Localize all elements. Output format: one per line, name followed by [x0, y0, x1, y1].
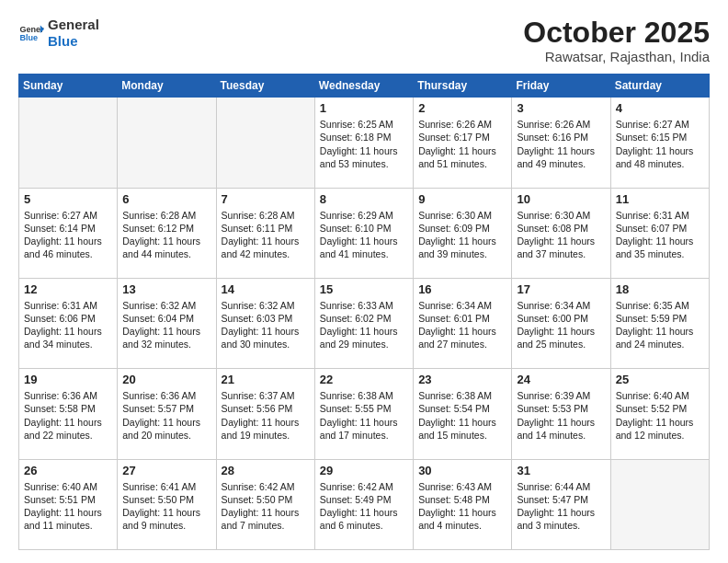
- cell-line: Sunrise: 6:26 AM: [517, 118, 605, 131]
- cell-line: Sunset: 6:06 PM: [24, 312, 112, 325]
- cell-line: Sunset: 6:04 PM: [122, 312, 210, 325]
- cell-line: and 44 minutes.: [122, 247, 210, 260]
- cell-line: Sunset: 6:02 PM: [320, 312, 408, 325]
- day-number: 12: [24, 282, 112, 296]
- cell-line: and 42 minutes.: [222, 247, 310, 260]
- cell-line: Sunrise: 6:34 AM: [517, 299, 605, 312]
- cell-line: Daylight: 11 hours: [24, 235, 112, 247]
- cell-line: Sunset: 5:53 PM: [517, 402, 605, 415]
- day-number: 8: [320, 192, 408, 206]
- cell-line: Sunrise: 6:42 AM: [222, 480, 310, 493]
- calendar-week-0: 1Sunrise: 6:25 AMSunset: 6:18 PMDaylight…: [19, 98, 710, 188]
- cell-line: Sunrise: 6:44 AM: [517, 480, 605, 493]
- cell-line: Sunset: 5:50 PM: [122, 493, 210, 506]
- cell-line: Sunset: 6:16 PM: [517, 131, 605, 144]
- day-number: 23: [418, 373, 506, 386]
- cell-line: and 49 minutes.: [517, 157, 605, 170]
- cell-line: Sunrise: 6:26 AM: [418, 118, 506, 131]
- cell-line: and 32 minutes.: [122, 338, 210, 350]
- cell-line: and 12 minutes.: [616, 429, 704, 442]
- cell-line: Daylight: 11 hours: [418, 325, 506, 338]
- cell-line: Daylight: 11 hours: [517, 416, 605, 429]
- calendar-cell-16: 16Sunrise: 6:34 AMSunset: 6:01 PMDayligh…: [414, 278, 512, 368]
- cell-line: Daylight: 11 hours: [320, 325, 408, 338]
- cell-line: Sunset: 5:50 PM: [222, 493, 310, 506]
- cell-line: Daylight: 11 hours: [418, 506, 506, 519]
- cell-line: Daylight: 11 hours: [320, 144, 408, 157]
- cell-line: Sunset: 6:09 PM: [418, 222, 506, 235]
- cell-line: Daylight: 11 hours: [616, 235, 704, 247]
- calendar-cell-13: 13Sunrise: 6:32 AMSunset: 6:04 PMDayligh…: [118, 278, 216, 368]
- day-number: 5: [24, 192, 112, 206]
- calendar-cell-19: 19Sunrise: 6:36 AMSunset: 5:58 PMDayligh…: [19, 369, 118, 459]
- cell-line: Daylight: 11 hours: [616, 325, 704, 338]
- calendar-cell-31: 31Sunrise: 6:44 AMSunset: 5:47 PMDayligh…: [512, 459, 610, 549]
- cell-line: Sunset: 5:56 PM: [222, 402, 310, 415]
- cell-line: Daylight: 11 hours: [222, 235, 310, 247]
- cell-line: Daylight: 11 hours: [122, 325, 210, 338]
- day-number: 10: [517, 192, 605, 206]
- cell-line: Daylight: 11 hours: [222, 506, 310, 519]
- cell-line: and 4 minutes.: [418, 519, 506, 532]
- cell-line: Sunset: 5:54 PM: [418, 402, 506, 415]
- day-number: 6: [122, 192, 210, 206]
- cell-line: Daylight: 11 hours: [320, 416, 408, 429]
- calendar-header-wednesday: Wednesday: [314, 75, 413, 98]
- calendar-header-monday: Monday: [118, 75, 216, 98]
- calendar-cell-29: 29Sunrise: 6:42 AMSunset: 5:49 PMDayligh…: [314, 459, 413, 549]
- cell-line: Daylight: 11 hours: [222, 416, 310, 429]
- cell-line: Daylight: 11 hours: [517, 144, 605, 157]
- location: Rawatsar, Rajasthan, India: [523, 49, 710, 64]
- day-number: 14: [222, 282, 310, 296]
- cell-line: Daylight: 11 hours: [616, 416, 704, 429]
- calendar-cell-27: 27Sunrise: 6:41 AMSunset: 5:50 PMDayligh…: [118, 459, 216, 549]
- day-number: 11: [616, 192, 704, 206]
- calendar-week-3: 19Sunrise: 6:36 AMSunset: 5:58 PMDayligh…: [19, 369, 710, 459]
- cell-line: Daylight: 11 hours: [418, 235, 506, 247]
- calendar-cell-24: 24Sunrise: 6:39 AMSunset: 5:53 PMDayligh…: [512, 369, 610, 459]
- cell-line: Sunrise: 6:42 AM: [320, 480, 408, 493]
- cell-line: and 39 minutes.: [418, 247, 506, 260]
- calendar-cell-9: 9Sunrise: 6:30 AMSunset: 6:09 PMDaylight…: [414, 188, 512, 278]
- cell-line: and 41 minutes.: [320, 247, 408, 260]
- cell-line: Sunrise: 6:40 AM: [24, 480, 112, 493]
- cell-line: Sunrise: 6:37 AM: [222, 389, 310, 402]
- day-number: 2: [418, 101, 506, 115]
- cell-line: Daylight: 11 hours: [517, 325, 605, 338]
- calendar-cell-empty: [118, 98, 216, 188]
- calendar-table: SundayMondayTuesdayWednesdayThursdayFrid…: [18, 74, 710, 550]
- cell-line: and 20 minutes.: [122, 429, 210, 442]
- calendar-cell-12: 12Sunrise: 6:31 AMSunset: 6:06 PMDayligh…: [19, 278, 118, 368]
- cell-line: Daylight: 11 hours: [122, 235, 210, 247]
- cell-line: Sunset: 6:18 PM: [320, 131, 408, 144]
- cell-line: Daylight: 11 hours: [320, 506, 408, 519]
- cell-line: and 22 minutes.: [24, 429, 112, 442]
- cell-line: Sunset: 6:00 PM: [517, 312, 605, 325]
- calendar-cell-14: 14Sunrise: 6:32 AMSunset: 6:03 PMDayligh…: [216, 278, 314, 368]
- calendar-header-row: SundayMondayTuesdayWednesdayThursdayFrid…: [19, 75, 710, 98]
- day-number: 19: [24, 373, 112, 386]
- calendar-week-2: 12Sunrise: 6:31 AMSunset: 6:06 PMDayligh…: [19, 278, 710, 368]
- cell-line: and 9 minutes.: [122, 519, 210, 532]
- cell-line: Sunset: 6:12 PM: [122, 222, 210, 235]
- cell-line: and 30 minutes.: [222, 338, 310, 350]
- cell-line: Sunrise: 6:39 AM: [517, 389, 605, 402]
- cell-line: Daylight: 11 hours: [122, 416, 210, 429]
- cell-line: and 37 minutes.: [517, 247, 605, 260]
- day-number: 26: [24, 464, 112, 477]
- cell-line: Sunrise: 6:43 AM: [418, 480, 506, 493]
- cell-line: and 34 minutes.: [24, 338, 112, 350]
- calendar-cell-4: 4Sunrise: 6:27 AMSunset: 6:15 PMDaylight…: [610, 98, 709, 188]
- calendar-header-sunday: Sunday: [19, 75, 118, 98]
- calendar-cell-17: 17Sunrise: 6:34 AMSunset: 6:00 PMDayligh…: [512, 278, 610, 368]
- cell-line: Daylight: 11 hours: [517, 235, 605, 247]
- cell-line: Daylight: 11 hours: [616, 144, 704, 157]
- cell-line: Sunset: 5:58 PM: [24, 402, 112, 415]
- day-number: 29: [320, 464, 408, 477]
- calendar-cell-6: 6Sunrise: 6:28 AMSunset: 6:12 PMDaylight…: [118, 188, 216, 278]
- cell-line: and 24 minutes.: [616, 338, 704, 350]
- calendar-cell-5: 5Sunrise: 6:27 AMSunset: 6:14 PMDaylight…: [19, 188, 118, 278]
- day-number: 30: [418, 464, 506, 477]
- day-number: 21: [222, 373, 310, 386]
- cell-line: Sunset: 6:01 PM: [418, 312, 506, 325]
